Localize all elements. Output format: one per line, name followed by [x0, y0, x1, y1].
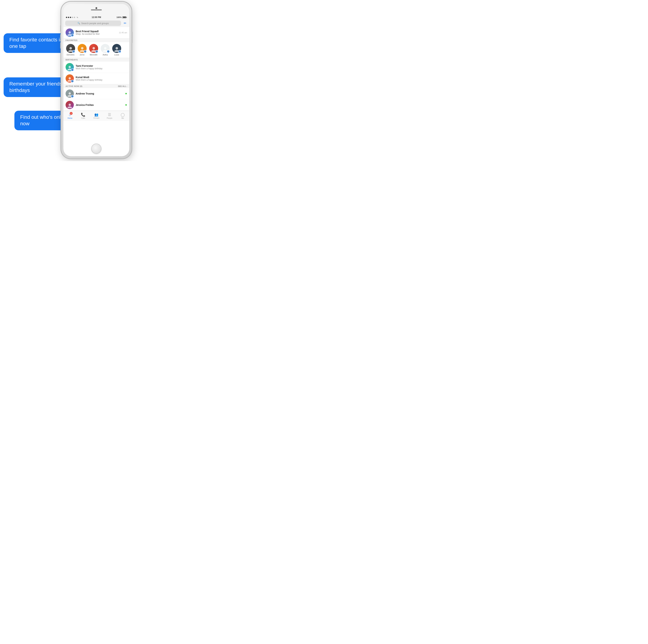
tab-home[interactable]: ⌂ 1 Home — [63, 111, 76, 121]
fav-badge-astha: ⚡ — [107, 50, 110, 53]
kunal-badge: ⚡ — [71, 80, 74, 82]
tami-avatar-wrap: ⚡ — [65, 63, 74, 71]
messenger-badge: ⚡ — [71, 34, 74, 37]
tab-me-label: Me — [121, 117, 124, 119]
home-tab-badge-wrap: ⌂ 1 — [69, 113, 71, 117]
tab-people-label: People — [107, 117, 112, 119]
birthday-row-kunal[interactable]: ⚡ Kunal Modi Wish them a happy birthday — [63, 73, 129, 84]
tab-groups[interactable]: 👥 Groups — [90, 111, 103, 121]
phone-top-bar — [63, 4, 129, 15]
fav-name-astha: Astha — [103, 54, 108, 56]
fav-avatar-demetric: ⚡ — [66, 44, 75, 53]
birthday-row-tami[interactable]: ⚡ Tami Forrester Wish them a happy birth… — [63, 62, 129, 73]
kunal-avatar-wrap: ⚡ — [65, 74, 74, 82]
fav-item-demetric[interactable]: ⚡ Demetric — [65, 44, 76, 56]
signal-dot-3 — [70, 17, 71, 18]
wifi-icon: ∿ — [76, 16, 78, 18]
status-bar: ∿ 12:00 PM 100% — [63, 15, 129, 19]
tami-badge: ⚡ — [71, 68, 74, 71]
fav-name-louis: Louis — [114, 54, 119, 56]
active-now-label: ACTIVE NOW (8) — [65, 85, 83, 87]
signal-dot-5 — [74, 17, 75, 18]
chat-time: 11:45 am — [119, 32, 127, 34]
tab-people[interactable]: ☰ People — [103, 111, 116, 121]
jessica-avatar-wrap — [65, 101, 74, 109]
favorites-row: ⚡ Demetric ⚡ Ze'ev — [63, 42, 129, 58]
battery-body — [122, 16, 126, 18]
fav-name-zeev: Ze'ev — [80, 54, 85, 56]
jessica-online-dot — [125, 104, 127, 106]
tab-home-label: Home — [67, 117, 72, 119]
search-bar-row: 🔍 Search people and groups ✏ — [63, 19, 129, 27]
signal-dot-2 — [68, 17, 69, 18]
andrew-avatar-wrap: ⚡ — [65, 90, 74, 98]
fav-avatar-louis: ⚡ — [112, 44, 121, 53]
fav-item-astha[interactable]: ⚡ Astha — [99, 44, 111, 56]
kunal-name: Kunal Modi — [76, 76, 103, 79]
fav-avatar-meredith: ⚡ — [89, 44, 98, 53]
jessica-avatar — [65, 101, 74, 109]
fav-badge-meredith: ⚡ — [95, 50, 98, 53]
kunal-subtitle: Wish them a happy birthday — [76, 79, 103, 81]
search-input-wrap[interactable]: 🔍 Search people and groups — [65, 20, 121, 26]
callout-favorites: Find favorite contacts in one tap — [4, 33, 70, 53]
search-icon: 🔍 — [77, 22, 80, 24]
favorites-section-header: FAVORITES — [63, 38, 129, 42]
active-row-andrew[interactable]: ⚡ Andrew Truong — [63, 88, 129, 99]
see-all-button[interactable]: SEE ALL › — [118, 85, 127, 87]
calls-icon: 📞 — [81, 113, 86, 117]
fav-avatar-zeev: ⚡ — [77, 44, 87, 53]
home-button[interactable] — [91, 143, 101, 154]
tami-bday-info: Tami Forrester Wish them a happy birthda… — [76, 64, 103, 70]
active-row-jessica[interactable]: Jessica Freitas — [63, 99, 129, 111]
fav-badge-zeev: ⚡ — [84, 50, 87, 53]
signal-dot-4 — [72, 17, 73, 18]
search-placeholder: Search people and groups — [81, 22, 109, 25]
status-left: ∿ — [66, 16, 78, 18]
recent-chat-row[interactable]: ⚡ Best Friend Squad! Shep: So excited fo… — [63, 27, 129, 38]
home-badge: 1 — [70, 112, 72, 115]
status-right: 100% — [116, 16, 127, 18]
groups-icon: 👥 — [94, 113, 98, 117]
people-icon: ☰ — [108, 113, 111, 117]
phone-screen: ∿ 12:00 PM 100% 🔍 Search pe — [63, 4, 129, 156]
andrew-badge: ⚡ — [71, 95, 74, 98]
battery-icon — [122, 16, 127, 18]
andrew-name: Andrew Truong — [76, 92, 94, 95]
speaker-bar — [91, 9, 102, 10]
kunal-bday-info: Kunal Modi Wish them a happy birthday — [76, 76, 103, 81]
recent-chat-avatar: ⚡ — [65, 28, 74, 37]
fav-item-zeev[interactable]: ⚡ Ze'ev — [76, 44, 88, 56]
battery-label: 100% — [116, 16, 121, 18]
callout-birthdays: Remember your friends' birthdays — [4, 77, 70, 97]
chevron-right-icon: › — [126, 85, 127, 87]
active-now-header: ACTIVE NOW (8) SEE ALL › — [63, 84, 129, 88]
andrew-online-dot — [125, 93, 127, 95]
chat-name: Best Friend Squad! — [76, 30, 117, 33]
fav-name-meredith: Meredith — [90, 54, 98, 56]
see-all-label: SEE ALL — [118, 85, 126, 87]
birthdays-section-header: BIRTHDAYS — [63, 58, 129, 62]
chat-preview: Shep: So excited for this! — [76, 33, 117, 35]
fav-badge-louis: ⚡ — [118, 50, 121, 53]
app-screen: ∿ 12:00 PM 100% 🔍 Search pe — [63, 15, 129, 142]
front-camera — [96, 7, 97, 9]
signal-dot-1 — [66, 17, 67, 18]
fav-item-louis[interactable]: ⚡ Louis — [111, 44, 122, 56]
me-icon: ◯ — [121, 113, 125, 117]
tab-calls-label: Calls — [81, 117, 85, 119]
compose-icon: ✏ — [124, 21, 126, 25]
tab-me[interactable]: ◯ Me — [116, 111, 129, 121]
battery-fill — [123, 17, 126, 18]
chat-info: Best Friend Squad! Shep: So excited for … — [76, 30, 117, 35]
tab-calls[interactable]: 📞 Calls — [76, 111, 90, 121]
fav-badge-demetric: ⚡ — [72, 50, 75, 53]
compose-button[interactable]: ✏ — [122, 21, 127, 26]
fav-item-meredith[interactable]: ⚡ Meredith — [88, 44, 99, 56]
tab-groups-label: Groups — [94, 117, 99, 119]
tami-name: Tami Forrester — [76, 64, 103, 67]
jessica-name: Jessica Freitas — [76, 104, 94, 106]
battery-tip — [126, 17, 127, 18]
phone-shell: ∿ 12:00 PM 100% 🔍 Search pe — [61, 2, 131, 158]
status-time: 12:00 PM — [92, 16, 101, 18]
